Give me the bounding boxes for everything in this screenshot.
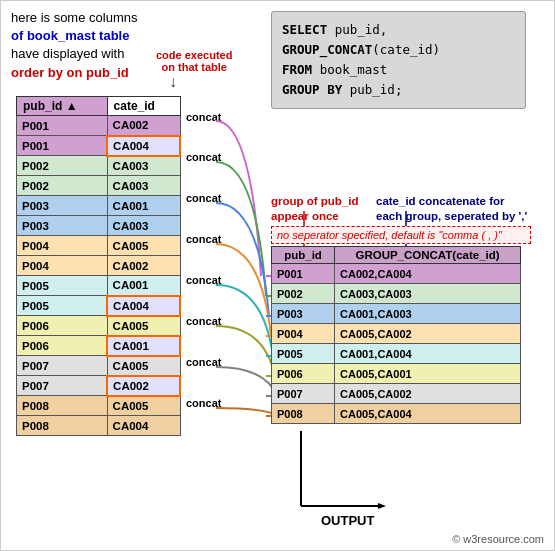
- pub-id-cell: P008: [17, 416, 108, 436]
- table-row: P002 CA003: [17, 176, 181, 196]
- cate-id-cell: CA005: [107, 396, 180, 416]
- table-row: P004 CA005: [17, 236, 181, 256]
- table-row: P003 CA003: [17, 216, 181, 236]
- cate-id-cell: CA003: [107, 156, 180, 176]
- concat-label-8: concat: [186, 397, 221, 409]
- result-row: P008 CA005,CA004: [272, 404, 521, 424]
- arrow-down-icon: ↓: [169, 73, 177, 91]
- pub-id-cell: P008: [17, 396, 108, 416]
- pub-id-cell: P004: [17, 256, 108, 276]
- table-row: P006 CA001: [17, 336, 181, 356]
- table-row: P008 CA005: [17, 396, 181, 416]
- result-row: P005 CA001,CA004: [272, 344, 521, 364]
- pub-id-cell: P003: [17, 216, 108, 236]
- annotation-separator: no seperator specified, default is "comm…: [271, 226, 531, 244]
- result-group-concat-header: GROUP_CONCAT(cate_id): [335, 247, 521, 264]
- annotation-cate: cate_id concatenate for each group, sepe…: [376, 194, 531, 224]
- table-row: P007 CA005: [17, 356, 181, 376]
- desc-line1: here is some columns: [11, 10, 137, 25]
- table-row: P003 CA001: [17, 196, 181, 216]
- concat-label-6: concat: [186, 315, 221, 327]
- cate-id-header: cate_id: [107, 97, 180, 116]
- left-table: pub_id ▲ cate_id P001 CA002 P001 CA004 P…: [16, 96, 181, 436]
- pub-id-cell: P004: [17, 236, 108, 256]
- pub-id-header: pub_id ▲: [17, 97, 108, 116]
- cate-id-cell: CA005: [107, 316, 180, 336]
- pub-id-cell: P007: [17, 376, 108, 396]
- pub-id-cell: P002: [17, 176, 108, 196]
- table-row: P005 CA004: [17, 296, 181, 316]
- table-row: P002 CA003: [17, 156, 181, 176]
- cate-id-cell: CA003: [107, 216, 180, 236]
- pub-id-cell: P005: [17, 296, 108, 316]
- pub-id-cell: P005: [17, 276, 108, 296]
- result-row: P006 CA005,CA001: [272, 364, 521, 384]
- output-label: OUTPUT: [321, 513, 374, 528]
- concat-label-1: concat: [186, 111, 221, 123]
- cate-id-cell: CA002: [107, 256, 180, 276]
- result-pub-id-header: pub_id: [272, 247, 335, 264]
- concat-label-3: concat: [186, 192, 221, 204]
- svg-marker-22: [378, 503, 386, 509]
- pub-id-cell: P007: [17, 356, 108, 376]
- desc-line2: of book_mast table: [11, 28, 129, 43]
- pub-id-cell: P003: [17, 196, 108, 216]
- desc-line4: order by on pub_id: [11, 65, 129, 80]
- cate-id-cell: CA005: [107, 236, 180, 256]
- pub-id-cell: P006: [17, 336, 108, 356]
- desc-line3: have displayed with: [11, 46, 124, 61]
- table-row: P004 CA002: [17, 256, 181, 276]
- concat-label-2: concat: [186, 151, 221, 163]
- pub-id-cell: P001: [17, 136, 108, 156]
- concat-label-7: concat: [186, 356, 221, 368]
- cate-id-cell: CA001: [107, 196, 180, 216]
- cate-id-cell: CA002: [107, 376, 180, 396]
- main-container: here is some columns of book_mast table …: [0, 0, 555, 551]
- pub-id-cell: P002: [17, 156, 108, 176]
- cate-id-cell: CA005: [107, 356, 180, 376]
- table-row: P001 CA002: [17, 116, 181, 136]
- table-row: P008 CA004: [17, 416, 181, 436]
- table-row: P006 CA005: [17, 316, 181, 336]
- annotation-group: group of pub_id appear once: [271, 194, 371, 224]
- concat-label-4: concat: [186, 233, 221, 245]
- concat-label-5: concat: [186, 274, 221, 286]
- sql-box: SELECT pub_id, GROUP_CONCAT(cate_id) FRO…: [271, 11, 526, 109]
- result-row: P007 CA005,CA002: [272, 384, 521, 404]
- table-row: P005 CA001: [17, 276, 181, 296]
- cate-id-cell: CA003: [107, 176, 180, 196]
- result-row: P004 CA005,CA002: [272, 324, 521, 344]
- result-row: P002 CA003,CA003: [272, 284, 521, 304]
- cate-id-cell: CA001: [107, 336, 180, 356]
- cate-id-cell: CA004: [107, 296, 180, 316]
- pub-id-cell: P001: [17, 116, 108, 136]
- code-executed-label: code executed on that table: [156, 49, 232, 73]
- cate-id-cell: CA002: [107, 116, 180, 136]
- table-row: P007 CA002: [17, 376, 181, 396]
- cate-id-cell: CA004: [107, 416, 180, 436]
- result-row: P003 CA001,CA003: [272, 304, 521, 324]
- description-text: here is some columns of book_mast table …: [11, 9, 166, 82]
- pub-id-cell: P006: [17, 316, 108, 336]
- cate-id-cell: CA004: [107, 136, 180, 156]
- table-row: P001 CA004: [17, 136, 181, 156]
- cate-id-cell: CA001: [107, 276, 180, 296]
- watermark: © w3resource.com: [452, 533, 544, 545]
- result-row: P001 CA002,CA004: [272, 264, 521, 284]
- right-table: pub_id GROUP_CONCAT(cate_id) P001 CA002,…: [271, 246, 521, 424]
